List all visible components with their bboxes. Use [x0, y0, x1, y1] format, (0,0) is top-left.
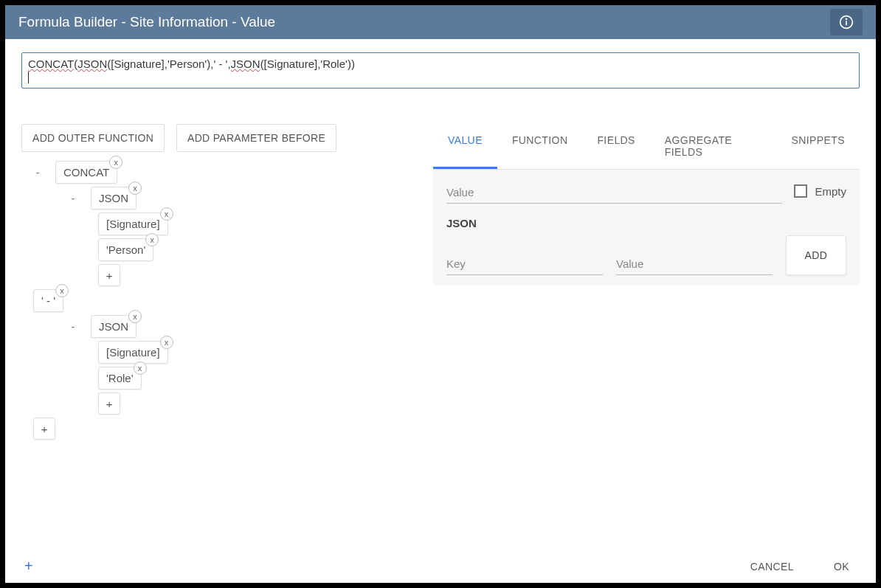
remove-icon[interactable]: x [109, 156, 122, 169]
remove-icon[interactable]: x [160, 336, 173, 349]
dialog-footer: + CANCEL OK [5, 549, 876, 583]
value-panel: Empty JSON ADD [433, 170, 860, 286]
tab-snippets[interactable]: SNIPPETS [777, 124, 860, 169]
add-outer-function-button[interactable]: ADD OUTER FUNCTION [21, 124, 165, 152]
info-icon [839, 15, 854, 30]
tree-node-role: 'Role'x [98, 367, 424, 390]
chip-field[interactable]: [Signature]x [98, 341, 168, 364]
add-parameter-button[interactable]: + [33, 418, 55, 440]
tree-node-person: 'Person'x [98, 238, 424, 261]
empty-label-text: Empty [815, 185, 846, 198]
remove-icon[interactable]: x [145, 233, 159, 246]
tree-node-signature1: [Signature]x [98, 212, 424, 235]
tree-add-param: + [98, 392, 424, 415]
chip-concat[interactable]: CONCATx [55, 161, 117, 184]
left-column: ADD OUTER FUNCTION ADD PARAMETER BEFORE … [21, 124, 424, 490]
collapse-toggle[interactable]: - [27, 166, 48, 179]
button-row: ADD OUTER FUNCTION ADD PARAMETER BEFORE [21, 124, 424, 152]
tab-fields[interactable]: FIELDS [582, 124, 649, 169]
collapse-toggle[interactable]: - [63, 192, 83, 204]
json-add-button[interactable]: ADD [786, 235, 846, 275]
expression-tree: - CONCATx - JSONx [Signatur [21, 161, 424, 440]
json-heading: JSON [446, 217, 846, 229]
tree-node-concat: - CONCATx [27, 161, 424, 184]
tree-add-param: + [98, 264, 424, 286]
app-window: Formula Builder - Site Information - Val… [0, 0, 881, 588]
remove-icon[interactable]: x [128, 181, 142, 195]
add-parameter-button[interactable]: + [98, 264, 120, 286]
tree-node-json1: - JSONx [63, 187, 424, 210]
body-scroll[interactable]: CONCAT(JSON([Signature],'Person'),' - ',… [5, 39, 876, 549]
tree-node-separator: ' - 'x [33, 289, 424, 312]
formula-textarea[interactable]: CONCAT(JSON([Signature],'Person'),' - ',… [21, 52, 860, 89]
value-input[interactable] [446, 180, 782, 204]
svg-point-2 [846, 18, 847, 19]
columns: ADD OUTER FUNCTION ADD PARAMETER BEFORE … [5, 97, 876, 496]
ok-button[interactable]: OK [826, 555, 857, 578]
remove-icon[interactable]: x [160, 207, 173, 221]
collapse-toggle[interactable]: - [63, 320, 83, 333]
dialog-title: Formula Builder - Site Information - Val… [18, 14, 275, 30]
chip-literal[interactable]: 'Person'x [98, 238, 153, 261]
remove-icon[interactable]: x [134, 362, 147, 375]
remove-icon[interactable]: x [55, 284, 69, 297]
tree-node-json2: - JSONx [63, 315, 424, 338]
chip-literal[interactable]: ' - 'x [33, 289, 63, 312]
tree-node-signature2: [Signature]x [98, 341, 424, 364]
dialog-body: CONCAT(JSON([Signature],'Person'),' - ',… [5, 39, 876, 549]
empty-checkbox[interactable] [794, 184, 807, 198]
cancel-button[interactable]: CANCEL [743, 555, 801, 578]
title-bar: Formula Builder - Site Information - Val… [5, 5, 876, 39]
chip-json[interactable]: JSONx [91, 315, 137, 338]
chip-literal[interactable]: 'Role'x [98, 367, 142, 390]
remove-icon[interactable]: x [128, 310, 142, 323]
value-row: Empty [446, 180, 846, 204]
tab-value[interactable]: VALUE [433, 124, 497, 169]
chip-json[interactable]: JSONx [91, 187, 137, 210]
tab-aggregate-fields[interactable]: AGGREGATE FIELDS [650, 124, 777, 169]
add-parameter-button[interactable]: + [98, 392, 120, 415]
chip-field[interactable]: [Signature]x [98, 212, 168, 235]
json-kv-row: ADD [446, 235, 846, 275]
tab-bar: VALUE FUNCTION FIELDS AGGREGATE FIELDS S… [433, 124, 860, 170]
json-key-input[interactable] [446, 252, 603, 275]
tree-add-param-outer: + [33, 418, 424, 440]
help-button[interactable] [830, 9, 863, 35]
add-parameter-before-button[interactable]: ADD PARAMETER BEFORE [176, 124, 336, 152]
dialog: Formula Builder - Site Information - Val… [5, 5, 876, 583]
empty-checkbox-label[interactable]: Empty [794, 184, 846, 204]
json-value-input[interactable] [616, 252, 773, 275]
tab-function[interactable]: FUNCTION [497, 124, 583, 169]
footer-add-button[interactable]: + [24, 558, 33, 575]
right-column: VALUE FUNCTION FIELDS AGGREGATE FIELDS S… [433, 124, 860, 490]
